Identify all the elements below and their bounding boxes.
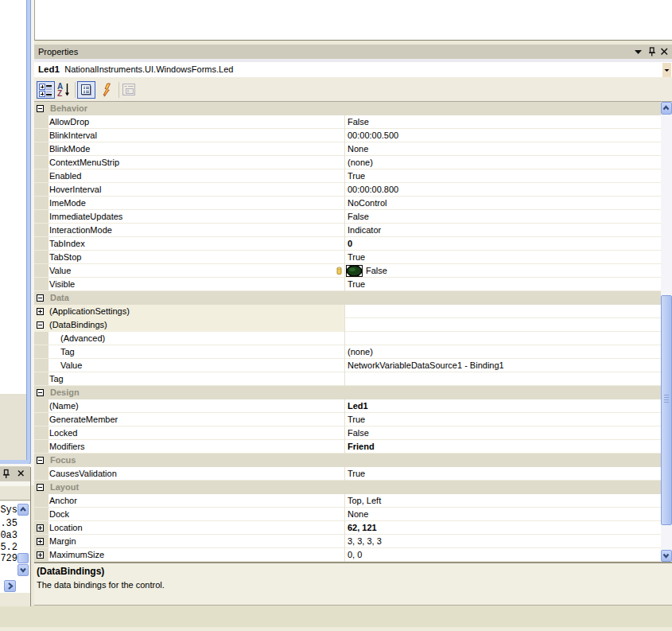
svg-text:Z: Z <box>57 89 62 98</box>
